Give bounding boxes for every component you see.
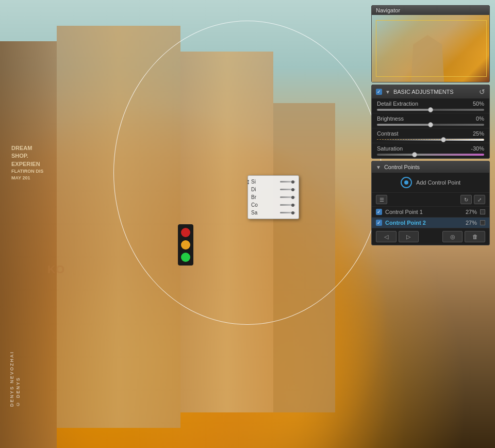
navigator-header: Navigator bbox=[372, 6, 489, 15]
adj-detail-value: 50% bbox=[473, 101, 484, 107]
watermark-name: DENYS NEVOZHAI bbox=[9, 351, 14, 407]
cp-item-2[interactable]: ✓ Control Point 2 27% bbox=[372, 218, 489, 228]
ko-text: KO bbox=[47, 263, 64, 276]
adj-contrast-thumb[interactable] bbox=[441, 137, 446, 142]
traffic-light bbox=[178, 224, 193, 266]
popup-slider-si[interactable] bbox=[280, 181, 295, 182]
building-far-right bbox=[273, 103, 335, 412]
cp-tool-list[interactable]: ☰ bbox=[376, 195, 387, 204]
navigator-panel: Navigator bbox=[371, 5, 490, 82]
adj-brightness-fill bbox=[377, 124, 431, 126]
popup-slider-di[interactable] bbox=[280, 189, 295, 190]
popup-label-sa: Sa bbox=[251, 210, 257, 215]
cp-btn-delete[interactable]: 🗑 bbox=[465, 231, 485, 242]
building-right bbox=[180, 52, 273, 412]
building-left bbox=[0, 41, 57, 448]
billboard: DREAM SHOP. EXPERIEN FLATIRON DIS MAY 20… bbox=[11, 144, 43, 181]
popup-label-di: Di bbox=[251, 187, 256, 192]
cp-add-row[interactable]: Add Control Point bbox=[372, 173, 489, 193]
adj-detail-fill bbox=[377, 109, 431, 111]
control-point-popup: Si Di Br Co Sa bbox=[248, 175, 299, 219]
adj-enabled-check[interactable]: ✓ bbox=[376, 89, 382, 95]
popup-label-br: Br bbox=[251, 194, 256, 200]
adj-saturation-label: Saturation bbox=[377, 145, 403, 152]
cp-bottom-toolbar: ◁ ▷ ◎ 🗑 bbox=[372, 228, 489, 245]
cp-btn-arrow-right[interactable]: ▷ bbox=[399, 231, 419, 242]
popup-item-co[interactable]: Co bbox=[248, 201, 299, 209]
adj-brightness-slider[interactable] bbox=[377, 124, 484, 126]
navigator-thumbnail bbox=[372, 15, 489, 82]
adjustments-panel: ✓ ▼ BASIC ADJUSTMENTS ↺ Detail Extractio… bbox=[371, 85, 490, 159]
cp-btn-target[interactable]: ◎ bbox=[442, 231, 463, 242]
popup-slider-br[interactable] bbox=[280, 196, 295, 198]
cp2-checkbox[interactable]: ✓ bbox=[376, 220, 382, 226]
adjustments-title: BASIC ADJUSTMENTS bbox=[393, 89, 454, 95]
popup-slider-sa[interactable] bbox=[280, 212, 295, 213]
cp2-square bbox=[480, 220, 485, 225]
cp-toolbar: ☰ ↻ ⤢ bbox=[372, 193, 489, 207]
cp1-checkbox[interactable]: ✓ bbox=[376, 209, 382, 215]
popup-item-br[interactable]: Br bbox=[248, 193, 299, 201]
contrast-dashed-line bbox=[377, 139, 484, 140]
add-cp-target-icon bbox=[401, 177, 412, 188]
adj-saturation-slider[interactable] bbox=[377, 154, 484, 156]
cp-item-1[interactable]: ✓ Control Point 1 27% bbox=[372, 207, 489, 218]
adj-detail-thumb[interactable] bbox=[428, 107, 433, 112]
popup-slider-co[interactable] bbox=[280, 204, 295, 206]
adj-brightness-row: Brightness 0% bbox=[372, 113, 489, 128]
popup-item-si[interactable]: Si bbox=[248, 178, 299, 186]
adj-contrast-row: Contrast 25% bbox=[372, 128, 489, 143]
adj-contrast-slider[interactable] bbox=[377, 139, 484, 141]
watermark-copy: © DENYS bbox=[15, 377, 21, 407]
adj-detail-row: Detail Extraction 50% bbox=[372, 98, 489, 113]
cp-tool-refresh[interactable]: ↻ bbox=[460, 195, 472, 204]
right-panel: Navigator ✓ ▼ BASIC ADJUSTMENTS ↺ Detail… bbox=[366, 0, 495, 448]
adj-detail-slider[interactable] bbox=[377, 109, 484, 111]
building-main bbox=[57, 26, 180, 428]
cp-tool-expand[interactable]: ⤢ bbox=[474, 195, 485, 204]
nav-thumb-rect bbox=[376, 20, 487, 77]
popup-item-sa[interactable]: Sa bbox=[248, 209, 299, 217]
collapse-triangle[interactable]: ▼ bbox=[385, 89, 390, 95]
popup-label-si: Si bbox=[251, 179, 256, 185]
cp-header: ▼ Control Points bbox=[372, 161, 489, 173]
adj-contrast-value: 25% bbox=[473, 130, 484, 137]
adj-saturation-row: Saturation -30% bbox=[372, 143, 489, 158]
adjustments-header: ✓ ▼ BASIC ADJUSTMENTS ↺ bbox=[372, 85, 489, 98]
adj-contrast-label: Contrast bbox=[377, 130, 399, 137]
cp1-square bbox=[480, 209, 485, 214]
cp1-name: Control Point 1 bbox=[385, 209, 463, 215]
adj-brightness-value: 0% bbox=[476, 115, 484, 122]
popup-item-di[interactable]: Di bbox=[248, 186, 299, 193]
cp2-name: Control Point 2 bbox=[385, 220, 463, 226]
adj-saturation-value: -30% bbox=[471, 145, 484, 152]
cp-title: Control Points bbox=[384, 164, 420, 170]
navigator-title: Navigator bbox=[376, 7, 400, 13]
cursor: ↕ bbox=[246, 177, 250, 186]
adj-detail-label: Detail Extraction bbox=[377, 101, 418, 107]
add-cp-label: Add Control Point bbox=[416, 179, 460, 186]
cp1-value: 27% bbox=[466, 209, 477, 215]
cp-btn-arrow-left[interactable]: ◁ bbox=[376, 231, 397, 242]
tl-green bbox=[181, 253, 190, 262]
cp2-value: 27% bbox=[466, 220, 477, 226]
tl-red bbox=[181, 228, 190, 237]
popup-label-co: Co bbox=[251, 202, 258, 208]
tl-yellow bbox=[181, 240, 190, 250]
control-points-panel: ▼ Control Points Add Control Point ☰ ↻ ⤢… bbox=[371, 161, 490, 245]
cp-collapse-triangle[interactable]: ▼ bbox=[376, 164, 381, 170]
adj-brightness-label: Brightness bbox=[377, 115, 404, 122]
adjustments-reset[interactable]: ↺ bbox=[479, 88, 485, 96]
adj-brightness-thumb[interactable] bbox=[428, 122, 433, 127]
adj-saturation-thumb[interactable] bbox=[412, 152, 417, 157]
